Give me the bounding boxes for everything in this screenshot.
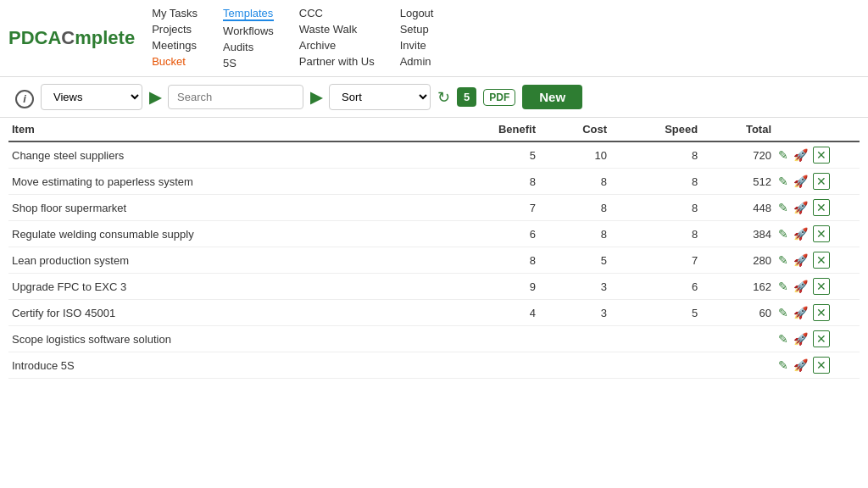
edit-icon[interactable]: ✎ [778, 201, 788, 214]
logo: PDCACmplete [8, 27, 152, 49]
edit-icon[interactable]: ✎ [778, 175, 788, 188]
nav-my-tasks[interactable]: My Tasks [152, 7, 198, 19]
cell-speed: 8 [610, 195, 701, 221]
rocket-icon[interactable]: 🚀 [793, 148, 808, 162]
cell-speed: 6 [610, 274, 701, 300]
nav-ccc[interactable]: CCC [299, 7, 375, 19]
cell-benefit: 7 [438, 195, 539, 221]
nav-audits[interactable]: Audits [223, 41, 274, 53]
cell-benefit: 5 [438, 141, 539, 169]
nav-waste-walk[interactable]: Waste Walk [299, 23, 375, 36]
cell-cost: 5 [539, 247, 610, 274]
table-row: Introduce 5S ✎ 🚀 ✕ [8, 352, 860, 379]
views-select[interactable]: Views [41, 84, 142, 110]
delete-icon[interactable]: ✕ [813, 278, 830, 295]
info-icon[interactable]: i [15, 90, 34, 108]
cell-total: 384 [701, 221, 775, 247]
edit-icon[interactable]: ✎ [778, 227, 788, 241]
search-input[interactable] [168, 85, 303, 109]
rocket-icon[interactable]: 🚀 [793, 358, 808, 372]
table-row: Scope logistics software solution ✎ 🚀 ✕ [8, 326, 860, 352]
col-header-benefit: Benefit [438, 118, 539, 141]
count-badge: 5 [457, 87, 476, 107]
refresh-button[interactable]: ↻ [437, 88, 450, 107]
cell-speed: 8 [610, 141, 701, 169]
cell-actions: ✎ 🚀 ✕ [775, 221, 860, 247]
nav-admin[interactable]: Admin [400, 55, 434, 68]
rocket-icon[interactable]: 🚀 [793, 201, 808, 214]
rocket-icon[interactable]: 🚀 [793, 332, 808, 346]
cell-actions: ✎ 🚀 ✕ [775, 195, 860, 221]
nav-setup[interactable]: Setup [400, 23, 434, 36]
table-row: Change steel suppliers5108720 ✎ 🚀 ✕ [8, 141, 860, 169]
nav-meetings[interactable]: Meetings [152, 39, 198, 52]
cell-total: 280 [701, 247, 775, 274]
nav-col-1: My Tasks Projects Meetings Bucket [152, 7, 198, 69]
cell-benefit: 6 [438, 221, 539, 247]
cell-benefit: 8 [438, 247, 539, 274]
cell-cost: 10 [539, 141, 610, 169]
delete-icon[interactable]: ✕ [813, 304, 830, 321]
nav-archive[interactable]: Archive [299, 39, 375, 52]
delete-icon[interactable]: ✕ [813, 225, 830, 242]
cell-benefit: 4 [438, 300, 539, 326]
col-header-cost: Cost [539, 118, 610, 141]
rocket-icon[interactable]: 🚀 [793, 227, 808, 241]
delete-icon[interactable]: ✕ [813, 147, 830, 164]
pdf-button[interactable]: PDF [483, 89, 515, 106]
cell-item: Certify for ISO 45001 [8, 300, 438, 326]
rocket-icon[interactable]: 🚀 [793, 280, 808, 293]
cell-cost [539, 326, 610, 352]
cell-item: Upgrade FPC to EXC 3 [8, 274, 438, 300]
cell-actions: ✎ 🚀 ✕ [775, 169, 860, 195]
nav-invite[interactable]: Invite [400, 39, 434, 52]
rocket-icon[interactable]: 🚀 [793, 306, 808, 319]
delete-icon[interactable]: ✕ [813, 199, 830, 216]
cell-item: Change steel suppliers [8, 141, 438, 169]
cell-actions: ✎ 🚀 ✕ [775, 326, 860, 352]
edit-icon[interactable]: ✎ [778, 253, 788, 267]
rocket-icon[interactable]: 🚀 [793, 175, 808, 188]
cell-total [701, 326, 775, 352]
cell-benefit [438, 352, 539, 379]
cell-total: 512 [701, 169, 775, 195]
cell-total [701, 352, 775, 379]
delete-icon[interactable]: ✕ [813, 173, 830, 190]
sort-select[interactable]: Sort [329, 84, 431, 110]
cell-total: 720 [701, 141, 775, 169]
nav-templates[interactable]: Templates [223, 7, 274, 21]
cell-total: 162 [701, 274, 775, 300]
edit-icon[interactable]: ✎ [778, 332, 788, 346]
nav-workflows[interactable]: Workflows [223, 25, 274, 37]
edit-icon[interactable]: ✎ [778, 358, 788, 372]
cell-cost: 3 [539, 300, 610, 326]
nav-5s[interactable]: 5S [223, 57, 274, 69]
col-header-total: Total [701, 118, 775, 141]
nav-bucket[interactable]: Bucket [152, 55, 198, 68]
cell-total: 448 [701, 195, 775, 221]
nav-logout[interactable]: Logout [400, 7, 434, 19]
delete-icon[interactable]: ✕ [813, 252, 830, 269]
cell-speed [610, 352, 701, 379]
new-button[interactable]: New [522, 85, 582, 109]
rocket-icon[interactable]: 🚀 [793, 253, 808, 267]
cell-actions: ✎ 🚀 ✕ [775, 300, 860, 326]
cell-cost: 3 [539, 274, 610, 300]
cell-benefit: 9 [438, 274, 539, 300]
nav-projects[interactable]: Projects [152, 23, 198, 36]
cell-benefit: 8 [438, 169, 539, 195]
edit-icon[interactable]: ✎ [778, 280, 788, 293]
table-row: Regulate welding consumable supply688384… [8, 221, 860, 247]
nav-partner[interactable]: Partner with Us [299, 55, 375, 68]
edit-icon[interactable]: ✎ [778, 306, 788, 319]
delete-icon[interactable]: ✕ [813, 330, 830, 347]
cell-item: Move estimating to paperless system [8, 169, 438, 195]
cell-actions: ✎ 🚀 ✕ [775, 247, 860, 274]
items-table: Item Benefit Cost Speed Total Change ste… [8, 118, 860, 379]
views-arrow[interactable]: ▶ [149, 88, 161, 107]
main-nav: My Tasks Projects Meetings Bucket Templa… [152, 7, 860, 69]
delete-icon[interactable]: ✕ [813, 357, 830, 374]
edit-icon[interactable]: ✎ [778, 148, 788, 162]
search-arrow[interactable]: ▶ [310, 88, 322, 107]
table-row: Lean production system857280 ✎ 🚀 ✕ [8, 247, 860, 274]
